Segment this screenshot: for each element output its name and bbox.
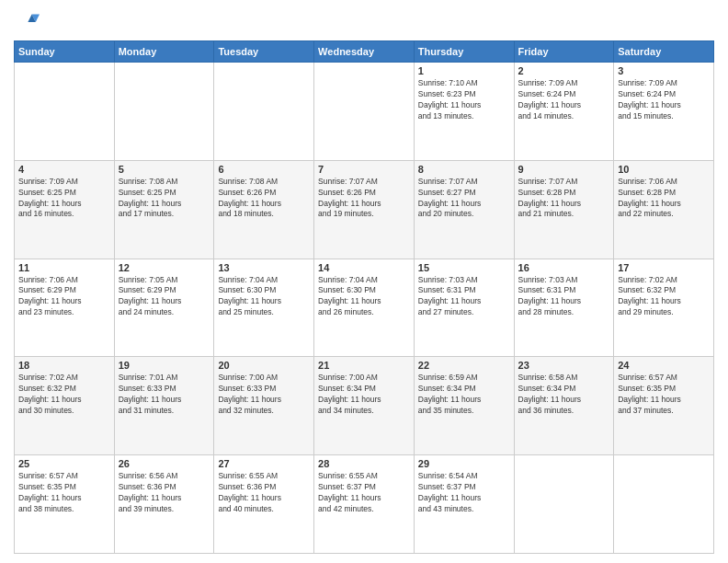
- day-info: Sunrise: 7:09 AM Sunset: 6:25 PM Dayligh…: [18, 177, 110, 221]
- day-number: 16: [518, 262, 610, 273]
- day-number: 9: [518, 164, 610, 175]
- day-info: Sunrise: 7:08 AM Sunset: 6:25 PM Dayligh…: [119, 177, 210, 221]
- day-number: 25: [18, 458, 110, 469]
- calendar-cell: 28Sunrise: 6:55 AM Sunset: 6:37 PM Dayli…: [314, 455, 415, 554]
- day-number: 5: [119, 164, 210, 175]
- day-number: 20: [218, 360, 310, 371]
- calendar-cell: 22Sunrise: 6:59 AM Sunset: 6:34 PM Dayli…: [414, 357, 514, 455]
- day-number: 8: [418, 164, 510, 175]
- day-info: Sunrise: 7:00 AM Sunset: 6:33 PM Dayligh…: [218, 373, 310, 417]
- weekday-thursday: Thursday: [414, 41, 514, 63]
- week-row-5: 25Sunrise: 6:57 AM Sunset: 6:35 PM Dayli…: [15, 455, 714, 554]
- week-row-4: 18Sunrise: 7:02 AM Sunset: 6:32 PM Dayli…: [15, 357, 714, 455]
- calendar-cell: 23Sunrise: 6:58 AM Sunset: 6:34 PM Dayli…: [514, 357, 614, 455]
- calendar-cell: [114, 63, 214, 161]
- day-number: 2: [518, 65, 610, 76]
- calendar-cell: 26Sunrise: 6:56 AM Sunset: 6:36 PM Dayli…: [114, 455, 214, 554]
- calendar-cell: 21Sunrise: 7:00 AM Sunset: 6:34 PM Dayli…: [314, 357, 415, 455]
- day-number: 23: [518, 360, 610, 371]
- day-number: 7: [318, 164, 410, 175]
- day-number: 24: [618, 360, 710, 371]
- calendar-cell: [614, 455, 714, 554]
- logo: [14, 9, 43, 35]
- day-info: Sunrise: 7:02 AM Sunset: 6:32 PM Dayligh…: [18, 373, 110, 417]
- day-number: 26: [119, 458, 210, 469]
- day-number: 14: [318, 262, 410, 273]
- calendar-cell: 24Sunrise: 6:57 AM Sunset: 6:35 PM Dayli…: [614, 357, 714, 455]
- day-number: 17: [618, 262, 710, 273]
- day-number: 1: [418, 65, 510, 76]
- weekday-sunday: Sunday: [15, 41, 115, 63]
- day-info: Sunrise: 7:03 AM Sunset: 6:31 PM Dayligh…: [518, 275, 610, 319]
- page: SundayMondayTuesdayWednesdayThursdayFrid…: [0, 0, 728, 563]
- calendar-cell: 9Sunrise: 7:07 AM Sunset: 6:28 PM Daylig…: [514, 160, 614, 259]
- day-number: 19: [119, 360, 210, 371]
- day-number: 21: [318, 360, 410, 371]
- day-number: 27: [218, 458, 310, 469]
- calendar-cell: [514, 455, 614, 554]
- calendar-cell: 7Sunrise: 7:07 AM Sunset: 6:26 PM Daylig…: [314, 160, 415, 259]
- calendar-cell: 8Sunrise: 7:07 AM Sunset: 6:27 PM Daylig…: [414, 160, 514, 259]
- day-info: Sunrise: 6:55 AM Sunset: 6:37 PM Dayligh…: [318, 471, 410, 515]
- calendar-cell: 1Sunrise: 7:10 AM Sunset: 6:23 PM Daylig…: [414, 63, 514, 161]
- logo-icon: [14, 9, 40, 35]
- calendar-cell: 2Sunrise: 7:09 AM Sunset: 6:24 PM Daylig…: [514, 63, 614, 161]
- day-info: Sunrise: 7:09 AM Sunset: 6:24 PM Dayligh…: [618, 78, 710, 122]
- day-info: Sunrise: 6:57 AM Sunset: 6:35 PM Dayligh…: [618, 373, 710, 417]
- day-info: Sunrise: 7:06 AM Sunset: 6:29 PM Dayligh…: [18, 275, 110, 319]
- day-number: 11: [18, 262, 110, 273]
- day-number: 6: [218, 164, 310, 175]
- day-number: 13: [218, 262, 310, 273]
- calendar-cell: 15Sunrise: 7:03 AM Sunset: 6:31 PM Dayli…: [414, 259, 514, 357]
- day-info: Sunrise: 7:10 AM Sunset: 6:23 PM Dayligh…: [418, 78, 510, 122]
- weekday-wednesday: Wednesday: [314, 41, 415, 63]
- calendar-cell: 18Sunrise: 7:02 AM Sunset: 6:32 PM Dayli…: [15, 357, 115, 455]
- day-number: 15: [418, 262, 510, 273]
- calendar-cell: 16Sunrise: 7:03 AM Sunset: 6:31 PM Dayli…: [514, 259, 614, 357]
- day-number: 28: [318, 458, 410, 469]
- day-info: Sunrise: 7:00 AM Sunset: 6:34 PM Dayligh…: [318, 373, 410, 417]
- calendar-cell: 13Sunrise: 7:04 AM Sunset: 6:30 PM Dayli…: [214, 259, 314, 357]
- day-info: Sunrise: 7:06 AM Sunset: 6:28 PM Dayligh…: [618, 177, 710, 221]
- calendar-cell: 10Sunrise: 7:06 AM Sunset: 6:28 PM Dayli…: [614, 160, 714, 259]
- calendar-cell: 6Sunrise: 7:08 AM Sunset: 6:26 PM Daylig…: [214, 160, 314, 259]
- day-info: Sunrise: 7:08 AM Sunset: 6:26 PM Dayligh…: [218, 177, 310, 221]
- calendar-cell: 20Sunrise: 7:00 AM Sunset: 6:33 PM Dayli…: [214, 357, 314, 455]
- calendar-cell: 25Sunrise: 6:57 AM Sunset: 6:35 PM Dayli…: [15, 455, 115, 554]
- calendar-cell: 14Sunrise: 7:04 AM Sunset: 6:30 PM Dayli…: [314, 259, 415, 357]
- day-info: Sunrise: 7:01 AM Sunset: 6:33 PM Dayligh…: [119, 373, 210, 417]
- week-row-3: 11Sunrise: 7:06 AM Sunset: 6:29 PM Dayli…: [15, 259, 714, 357]
- day-info: Sunrise: 7:07 AM Sunset: 6:26 PM Dayligh…: [318, 177, 410, 221]
- weekday-header-row: SundayMondayTuesdayWednesdayThursdayFrid…: [15, 41, 714, 63]
- day-info: Sunrise: 7:04 AM Sunset: 6:30 PM Dayligh…: [318, 275, 410, 319]
- week-row-2: 4Sunrise: 7:09 AM Sunset: 6:25 PM Daylig…: [15, 160, 714, 259]
- calendar-cell: 5Sunrise: 7:08 AM Sunset: 6:25 PM Daylig…: [114, 160, 214, 259]
- day-number: 18: [18, 360, 110, 371]
- week-row-1: 1Sunrise: 7:10 AM Sunset: 6:23 PM Daylig…: [15, 63, 714, 161]
- calendar-cell: 17Sunrise: 7:02 AM Sunset: 6:32 PM Dayli…: [614, 259, 714, 357]
- day-info: Sunrise: 7:09 AM Sunset: 6:24 PM Dayligh…: [518, 78, 610, 122]
- calendar-cell: 3Sunrise: 7:09 AM Sunset: 6:24 PM Daylig…: [614, 63, 714, 161]
- header: [14, 9, 714, 35]
- day-info: Sunrise: 7:05 AM Sunset: 6:29 PM Dayligh…: [119, 275, 210, 319]
- calendar-table: SundayMondayTuesdayWednesdayThursdayFrid…: [14, 40, 714, 554]
- calendar-cell: 4Sunrise: 7:09 AM Sunset: 6:25 PM Daylig…: [15, 160, 115, 259]
- calendar-cell: [15, 63, 115, 161]
- day-info: Sunrise: 6:58 AM Sunset: 6:34 PM Dayligh…: [518, 373, 610, 417]
- calendar-cell: [214, 63, 314, 161]
- day-info: Sunrise: 7:07 AM Sunset: 6:28 PM Dayligh…: [518, 177, 610, 221]
- weekday-saturday: Saturday: [614, 41, 714, 63]
- day-info: Sunrise: 6:54 AM Sunset: 6:37 PM Dayligh…: [418, 471, 510, 515]
- day-number: 29: [418, 458, 510, 469]
- day-number: 10: [618, 164, 710, 175]
- calendar-cell: 11Sunrise: 7:06 AM Sunset: 6:29 PM Dayli…: [15, 259, 115, 357]
- weekday-tuesday: Tuesday: [214, 41, 314, 63]
- calendar-cell: 12Sunrise: 7:05 AM Sunset: 6:29 PM Dayli…: [114, 259, 214, 357]
- day-info: Sunrise: 6:56 AM Sunset: 6:36 PM Dayligh…: [119, 471, 210, 515]
- calendar-cell: 19Sunrise: 7:01 AM Sunset: 6:33 PM Dayli…: [114, 357, 214, 455]
- calendar-cell: 29Sunrise: 6:54 AM Sunset: 6:37 PM Dayli…: [414, 455, 514, 554]
- day-info: Sunrise: 6:57 AM Sunset: 6:35 PM Dayligh…: [18, 471, 110, 515]
- calendar-cell: 27Sunrise: 6:55 AM Sunset: 6:36 PM Dayli…: [214, 455, 314, 554]
- calendar-cell: [314, 63, 415, 161]
- day-number: 12: [119, 262, 210, 273]
